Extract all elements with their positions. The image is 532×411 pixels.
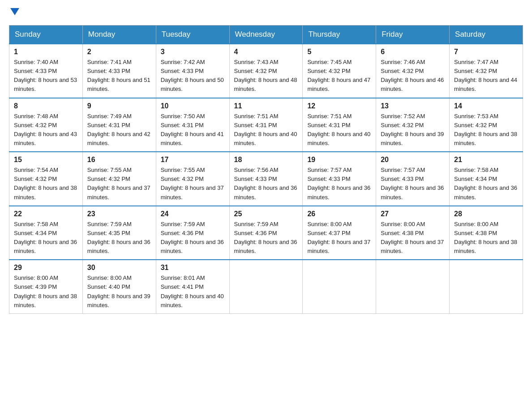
calendar-cell: 5 Sunrise: 7:45 AMSunset: 4:32 PMDayligh…: [303, 44, 376, 98]
calendar-cell: 24 Sunrise: 7:59 AMSunset: 4:36 PMDaylig…: [156, 206, 229, 260]
day-info: Sunrise: 7:41 AMSunset: 4:33 PMDaylight:…: [87, 59, 150, 92]
day-number: 3: [161, 48, 225, 56]
day-info: Sunrise: 7:43 AMSunset: 4:32 PMDaylight:…: [234, 59, 297, 92]
calendar-cell: 29 Sunrise: 8:00 AMSunset: 4:39 PMDaylig…: [9, 260, 83, 313]
calendar-table: SundayMondayTuesdayWednesdayThursdayFrid…: [9, 25, 523, 314]
day-number: 2: [87, 48, 151, 56]
day-info: Sunrise: 7:48 AMSunset: 4:32 PMDaylight:…: [14, 113, 77, 146]
day-info: Sunrise: 7:57 AMSunset: 4:33 PMDaylight:…: [381, 167, 444, 200]
week-row-3: 15 Sunrise: 7:54 AMSunset: 4:32 PMDaylig…: [9, 152, 523, 206]
calendar-cell: 23 Sunrise: 7:59 AMSunset: 4:35 PMDaylig…: [82, 206, 156, 260]
calendar-cell: [303, 260, 376, 313]
weekday-header-row: SundayMondayTuesdayWednesdayThursdayFrid…: [9, 26, 523, 44]
day-info: Sunrise: 8:00 AMSunset: 4:39 PMDaylight:…: [14, 274, 77, 308]
day-number: 22: [14, 210, 78, 218]
day-info: Sunrise: 7:49 AMSunset: 4:31 PMDaylight:…: [87, 113, 150, 146]
day-number: 30: [87, 264, 151, 272]
day-info: Sunrise: 7:47 AMSunset: 4:32 PMDaylight:…: [454, 59, 517, 92]
calendar-cell: 3 Sunrise: 7:42 AMSunset: 4:33 PMDayligh…: [156, 44, 229, 98]
calendar-cell: 9 Sunrise: 7:49 AMSunset: 4:31 PMDayligh…: [82, 98, 156, 152]
logo-triangle-icon: [10, 8, 19, 15]
day-number: 10: [161, 102, 225, 110]
day-number: 7: [454, 48, 518, 56]
day-info: Sunrise: 7:58 AMSunset: 4:34 PMDaylight:…: [14, 221, 77, 254]
day-number: 31: [161, 264, 225, 272]
day-info: Sunrise: 7:59 AMSunset: 4:36 PMDaylight:…: [161, 221, 224, 254]
calendar-cell: 12 Sunrise: 7:51 AMSunset: 4:31 PMDaylig…: [303, 98, 376, 152]
day-number: 19: [307, 156, 371, 164]
day-info: Sunrise: 7:59 AMSunset: 4:35 PMDaylight:…: [87, 221, 150, 254]
day-number: 6: [381, 48, 445, 56]
day-number: 17: [161, 156, 225, 164]
calendar-cell: 10 Sunrise: 7:50 AMSunset: 4:31 PMDaylig…: [156, 98, 229, 152]
calendar-cell: 14 Sunrise: 7:53 AMSunset: 4:32 PMDaylig…: [450, 98, 523, 152]
day-info: Sunrise: 7:46 AMSunset: 4:32 PMDaylight:…: [381, 59, 444, 92]
week-row-2: 8 Sunrise: 7:48 AMSunset: 4:32 PMDayligh…: [9, 98, 523, 152]
day-number: 21: [454, 156, 518, 164]
calendar-cell: 11 Sunrise: 7:51 AMSunset: 4:31 PMDaylig…: [229, 98, 303, 152]
day-number: 23: [87, 210, 151, 218]
week-row-1: 1 Sunrise: 7:40 AMSunset: 4:33 PMDayligh…: [9, 44, 523, 98]
calendar-cell: 28 Sunrise: 8:00 AMSunset: 4:38 PMDaylig…: [450, 206, 523, 260]
logo: [9, 9, 19, 16]
weekday-header-wednesday: Wednesday: [229, 26, 303, 44]
day-number: 26: [307, 210, 371, 218]
day-number: 8: [14, 102, 78, 110]
calendar-cell: 17 Sunrise: 7:55 AMSunset: 4:32 PMDaylig…: [156, 152, 229, 206]
day-info: Sunrise: 7:50 AMSunset: 4:31 PMDaylight:…: [161, 113, 224, 146]
calendar-cell: 27 Sunrise: 8:00 AMSunset: 4:38 PMDaylig…: [376, 206, 450, 260]
day-info: Sunrise: 7:40 AMSunset: 4:33 PMDaylight:…: [14, 59, 77, 92]
weekday-header-thursday: Thursday: [303, 26, 376, 44]
calendar-cell: 4 Sunrise: 7:43 AMSunset: 4:32 PMDayligh…: [229, 44, 303, 98]
day-info: Sunrise: 7:55 AMSunset: 4:32 PMDaylight:…: [87, 167, 150, 200]
weekday-header-saturday: Saturday: [450, 26, 523, 44]
day-info: Sunrise: 7:52 AMSunset: 4:32 PMDaylight:…: [381, 113, 444, 146]
calendar-cell: 16 Sunrise: 7:55 AMSunset: 4:32 PMDaylig…: [82, 152, 156, 206]
day-info: Sunrise: 7:59 AMSunset: 4:36 PMDaylight:…: [234, 221, 297, 254]
calendar-cell: 7 Sunrise: 7:47 AMSunset: 4:32 PMDayligh…: [450, 44, 523, 98]
calendar-cell: 2 Sunrise: 7:41 AMSunset: 4:33 PMDayligh…: [82, 44, 156, 98]
day-number: 27: [381, 210, 445, 218]
day-number: 1: [14, 48, 78, 56]
day-info: Sunrise: 7:54 AMSunset: 4:32 PMDaylight:…: [14, 167, 77, 200]
day-number: 16: [87, 156, 151, 164]
day-info: Sunrise: 7:51 AMSunset: 4:31 PMDaylight:…: [307, 113, 370, 146]
week-row-5: 29 Sunrise: 8:00 AMSunset: 4:39 PMDaylig…: [9, 260, 523, 313]
calendar-cell: 1 Sunrise: 7:40 AMSunset: 4:33 PMDayligh…: [9, 44, 83, 98]
calendar-cell: 21 Sunrise: 7:58 AMSunset: 4:34 PMDaylig…: [450, 152, 523, 206]
day-number: 12: [307, 102, 371, 110]
day-number: 11: [234, 102, 298, 110]
day-info: Sunrise: 7:42 AMSunset: 4:33 PMDaylight:…: [161, 59, 224, 92]
day-number: 4: [234, 48, 298, 56]
day-number: 29: [14, 264, 78, 272]
calendar-cell: 8 Sunrise: 7:48 AMSunset: 4:32 PMDayligh…: [9, 98, 83, 152]
day-number: 25: [234, 210, 298, 218]
calendar-cell: [229, 260, 303, 313]
calendar-cell: 26 Sunrise: 8:00 AMSunset: 4:37 PMDaylig…: [303, 206, 376, 260]
day-number: 5: [307, 48, 371, 56]
day-number: 9: [87, 102, 151, 110]
calendar-cell: 18 Sunrise: 7:56 AMSunset: 4:33 PMDaylig…: [229, 152, 303, 206]
weekday-header-monday: Monday: [82, 26, 156, 44]
day-info: Sunrise: 7:58 AMSunset: 4:34 PMDaylight:…: [454, 167, 517, 200]
calendar-cell: 19 Sunrise: 7:57 AMSunset: 4:33 PMDaylig…: [303, 152, 376, 206]
calendar-cell: [376, 260, 450, 313]
calendar-cell: 6 Sunrise: 7:46 AMSunset: 4:32 PMDayligh…: [376, 44, 450, 98]
day-number: 20: [381, 156, 445, 164]
calendar-cell: 20 Sunrise: 7:57 AMSunset: 4:33 PMDaylig…: [376, 152, 450, 206]
day-number: 15: [14, 156, 78, 164]
day-number: 14: [454, 102, 518, 110]
calendar-cell: 31 Sunrise: 8:01 AMSunset: 4:41 PMDaylig…: [156, 260, 229, 313]
calendar-cell: 13 Sunrise: 7:52 AMSunset: 4:32 PMDaylig…: [376, 98, 450, 152]
day-info: Sunrise: 7:53 AMSunset: 4:32 PMDaylight:…: [454, 113, 517, 146]
day-info: Sunrise: 7:55 AMSunset: 4:32 PMDaylight:…: [161, 167, 224, 200]
weekday-header-sunday: Sunday: [9, 26, 83, 44]
day-info: Sunrise: 8:00 AMSunset: 4:38 PMDaylight:…: [454, 221, 517, 254]
week-row-4: 22 Sunrise: 7:58 AMSunset: 4:34 PMDaylig…: [9, 206, 523, 260]
day-number: 18: [234, 156, 298, 164]
day-info: Sunrise: 8:00 AMSunset: 4:37 PMDaylight:…: [307, 221, 370, 254]
calendar-cell: [450, 260, 523, 313]
calendar-cell: 22 Sunrise: 7:58 AMSunset: 4:34 PMDaylig…: [9, 206, 83, 260]
weekday-header-friday: Friday: [376, 26, 450, 44]
day-number: 28: [454, 210, 518, 218]
